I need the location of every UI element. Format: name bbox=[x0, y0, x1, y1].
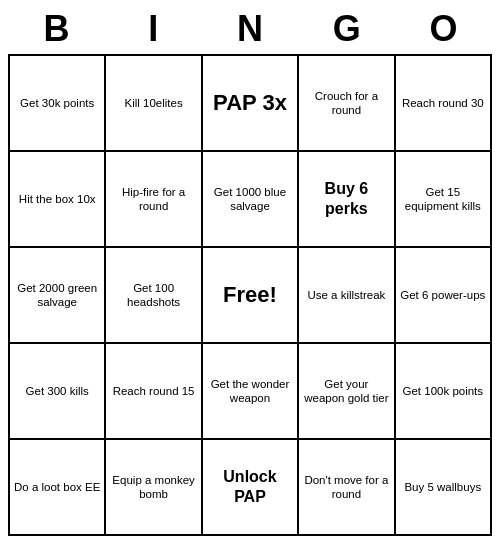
bingo-cell: Get 100k points bbox=[396, 344, 492, 440]
bingo-grid: Get 30k pointsKill 10elitesPAP 3xCrouch … bbox=[8, 54, 492, 536]
bingo-cell: Hit the box 10x bbox=[10, 152, 106, 248]
bingo-cell: Reach round 15 bbox=[106, 344, 202, 440]
bingo-header: BINGO bbox=[8, 8, 492, 50]
bingo-cell: Use a killstreak bbox=[299, 248, 395, 344]
bingo-cell: Equip a monkey bomb bbox=[106, 440, 202, 536]
header-letter: N bbox=[206, 8, 294, 50]
bingo-cell: Do a loot box EE bbox=[10, 440, 106, 536]
bingo-cell: Get 6 power-ups bbox=[396, 248, 492, 344]
bingo-cell: Reach round 30 bbox=[396, 56, 492, 152]
bingo-cell: Get 15 equipment kills bbox=[396, 152, 492, 248]
bingo-cell: Crouch for a round bbox=[299, 56, 395, 152]
bingo-cell: Buy 5 wallbuys bbox=[396, 440, 492, 536]
header-letter: G bbox=[303, 8, 391, 50]
bingo-cell: PAP 3x bbox=[203, 56, 299, 152]
bingo-cell: Get 100 headshots bbox=[106, 248, 202, 344]
bingo-cell: Get the wonder weapon bbox=[203, 344, 299, 440]
bingo-cell: Don't move for a round bbox=[299, 440, 395, 536]
bingo-cell: Get 30k points bbox=[10, 56, 106, 152]
bingo-cell: Get 2000 green salvage bbox=[10, 248, 106, 344]
bingo-cell: Free! bbox=[203, 248, 299, 344]
bingo-cell: Get 1000 blue salvage bbox=[203, 152, 299, 248]
bingo-cell: Hip-fire for a round bbox=[106, 152, 202, 248]
bingo-cell: Get your weapon gold tier bbox=[299, 344, 395, 440]
bingo-cell: Unlock PAP bbox=[203, 440, 299, 536]
header-letter: O bbox=[400, 8, 488, 50]
header-letter: I bbox=[109, 8, 197, 50]
header-letter: B bbox=[12, 8, 100, 50]
bingo-cell: Kill 10elites bbox=[106, 56, 202, 152]
bingo-cell: Buy 6 perks bbox=[299, 152, 395, 248]
bingo-cell: Get 300 kills bbox=[10, 344, 106, 440]
